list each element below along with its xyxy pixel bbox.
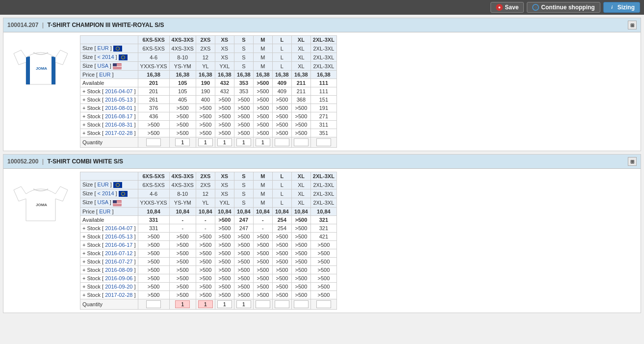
cell-8-4: >500 [234,249,253,257]
stock-date-link[interactable]: 2016-08-17 [105,113,132,119]
svg-point-9 [117,50,117,50]
cell-11-0 [138,137,169,148]
stock-date-link[interactable]: EUR [99,209,110,214]
cell-4-2: 190 [196,79,215,87]
cell-6-4: >500 [234,232,253,240]
qty-input-8[interactable] [316,138,331,146]
cell-7-1: >500 [169,104,196,112]
stock-date-link[interactable]: 2016-09-06 [105,275,132,281]
cell-11-4: >500 [234,274,253,282]
stock-date-link[interactable]: 2016-04-07 [105,88,132,94]
stock-date-link[interactable]: 2016-05-13 [105,97,132,103]
table-row: + Stock [ 2016-08-31 ]>500>500>500>500>5… [80,121,337,129]
stock-date-link[interactable]: 2016-08-01 [105,105,132,111]
cell-0-2: 2XS [196,44,215,53]
col-header-label [80,36,138,44]
stock-date-link[interactable]: EUR [99,72,110,78]
table-row: + Stock [ 2017-02-28 ]>500>500>500>500>5… [80,129,337,137]
cell-13-2: >500 [196,291,215,299]
qty-input-0[interactable] [146,138,161,146]
qty-input-2[interactable] [198,300,213,308]
stock-date-link[interactable]: 2017-02-28 [105,130,132,136]
qty-input-2[interactable] [198,138,213,146]
qty-input-3[interactable] [217,138,232,146]
stock-date-link[interactable]: 2016-09-20 [105,284,132,290]
svg-point-44 [124,193,125,193]
cell-11-8: >500 [310,274,336,282]
svg-point-36 [117,186,117,187]
cell-6-8: 151 [310,96,336,104]
eu-flag [113,46,122,52]
row-label-8: + Stock [ 2016-08-17 ] [80,112,138,121]
sizing-button[interactable]: i Sizing [603,2,640,13]
stock-date-link[interactable]: 2017-02-28 [105,292,132,298]
cell-9-1: >500 [169,121,196,129]
cell-4-4: 353 [234,79,253,87]
stock-date-link[interactable]: 2016-05-13 [105,234,132,239]
col-header-4: S [234,172,253,181]
svg-point-20 [124,59,124,59]
collapse-icon-1[interactable]: ⊞ [628,21,637,29]
table-row: + Stock [ 2016-05-13 ]>500>500>500>500>5… [80,232,337,240]
cell-13-5: >500 [253,291,272,299]
qty-input-7[interactable] [294,300,309,308]
stock-date-link[interactable]: 2016-08-09 [105,267,132,273]
cell-13-4: >500 [234,291,253,299]
size-link[interactable]: USA [98,63,108,69]
qty-input-0[interactable] [146,300,161,308]
qty-input-5[interactable] [256,300,270,308]
qty-input-4[interactable] [236,138,251,146]
size-link[interactable]: < 2014 [98,190,114,196]
stock-date-link[interactable]: 2016-08-31 [105,122,132,128]
svg-point-23 [121,58,122,58]
cell-8-7: >500 [291,249,310,257]
qty-input-1[interactable] [175,138,190,146]
save-button[interactable]: ● Save [490,2,524,13]
qty-input-8[interactable] [316,300,331,308]
qty-input-3[interactable] [217,300,232,308]
cell-6-5: >500 [253,96,272,104]
cell-0-5: M [253,44,272,53]
stock-date-link[interactable]: 2016-07-27 [105,259,132,265]
continue-shopping-button[interactable]: ○ Continue shopping [527,2,600,13]
col-header-1: 4XS-3XS [169,172,196,181]
cell-3-5: 10,84 [253,207,272,215]
svg-point-37 [116,185,116,186]
table-row: Price [ EUR ]16,3816,3816,3816,3816,3816… [80,71,337,79]
cell-10-7: >500 [291,129,310,137]
qty-input-4[interactable] [236,300,251,308]
svg-point-21 [123,59,123,59]
product-content-2: JOMA 6XS-5XS4XS-3XS2XSXSSMLXL2XL-3XLSize… [3,169,641,312]
table-row: + Stock [ 2016-09-06 ]>500>500>500>500>5… [80,274,337,282]
cell-10-2: >500 [196,129,215,137]
cell-14-6 [272,299,291,309]
cell-11-6 [272,137,291,148]
svg-point-39 [116,184,116,185]
collapse-icon-2[interactable]: ⊞ [628,157,637,166]
size-link[interactable]: EUR [98,45,109,51]
cell-4-8: 321 [310,215,336,224]
cell-1-1: 8-10 [169,189,196,198]
stock-date-link[interactable]: 2016-07-12 [105,250,132,256]
cell-9-4: >500 [234,121,253,129]
size-link[interactable]: < 2014 [98,54,114,60]
row-label-11: + Stock [ 2016-09-06 ] [80,274,138,282]
cell-14-8 [310,299,336,309]
cell-6-1: 405 [169,96,196,104]
cell-12-8: >500 [310,282,336,291]
cell-9-0: >500 [138,121,169,129]
stock-date-link[interactable]: 2016-04-07 [105,225,132,231]
qty-input-6[interactable] [275,300,289,308]
cell-14-1 [169,299,196,309]
qty-input-7[interactable] [294,138,309,146]
size-link[interactable]: EUR [98,182,109,187]
qty-input-6[interactable] [275,138,289,146]
qty-input-5[interactable] [256,138,270,146]
qty-input-1[interactable] [175,300,190,308]
cell-1-2: 12 [196,189,215,198]
stock-date-link[interactable]: 2016-06-17 [105,242,132,248]
cell-1-5: M [253,53,272,62]
cell-10-6: >500 [272,265,291,274]
size-link[interactable]: USA [98,199,108,205]
row-label-2: Size [ USA ] [80,62,138,71]
